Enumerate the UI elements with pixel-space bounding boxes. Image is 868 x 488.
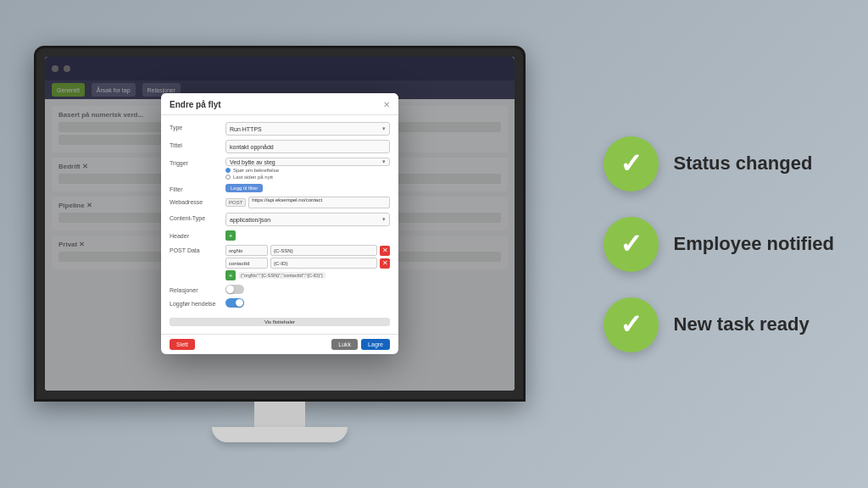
url-row: POST https://api.eksempel.no/contact bbox=[225, 197, 390, 208]
relasjoner-label: Relasjoner bbox=[170, 285, 220, 293]
url-input[interactable]: https://api.eksempel.no/contact bbox=[248, 197, 390, 208]
new-task-ready-label: New task ready bbox=[674, 313, 810, 336]
post-add-label: {"orgNo":"{C-SSN}","contactId":"{C-ID}"} bbox=[238, 272, 326, 279]
content-type-select[interactable]: application/json bbox=[225, 213, 390, 226]
field-content-type: Content-Type application/json bbox=[170, 213, 390, 226]
post-row-1: orgNo {C-SSN} ✕ bbox=[225, 245, 390, 256]
post-key-2[interactable]: contactId bbox=[225, 258, 268, 269]
monitor: Generelt Årsak for tap Relasjoner Basert… bbox=[34, 46, 526, 402]
remove-post-row-1-button[interactable]: ✕ bbox=[380, 246, 390, 256]
monitor-wrapper: Generelt Årsak for tap Relasjoner Basert… bbox=[34, 46, 526, 442]
monitor-screen: Generelt Årsak for tap Relasjoner Basert… bbox=[45, 57, 515, 391]
save-button[interactable]: Lagre bbox=[361, 339, 390, 350]
post-val-2[interactable]: {C-ID} bbox=[270, 258, 377, 269]
checklist-item-status: ✓ Status changed bbox=[604, 136, 834, 191]
check-icon-employee: ✓ bbox=[620, 230, 643, 258]
trigger-option-1[interactable]: Spør om bekreftelse bbox=[225, 168, 390, 173]
app-background: Generelt Årsak for tap Relasjoner Basert… bbox=[45, 57, 515, 391]
field-trigger: Trigger Ved bytte av steg Spør om bekref… bbox=[170, 158, 390, 180]
field-tittel: Tittel kontakt oppnådd bbox=[170, 140, 390, 153]
filter-label: Filter bbox=[170, 184, 220, 192]
dialog: Endre på flyt ✕ Type Run HTTPS bbox=[161, 93, 398, 354]
dialog-footer: Slett Lukk Lagre bbox=[161, 334, 398, 354]
check-icon-status: ✓ bbox=[620, 150, 643, 177]
loggfor-toggle[interactable] bbox=[225, 298, 244, 308]
check-circle-employee: ✓ bbox=[604, 217, 659, 272]
monitor-stand-neck bbox=[254, 402, 305, 427]
tittel-label: Tittel bbox=[170, 140, 220, 148]
dialog-title: Endre på flyt bbox=[170, 100, 221, 109]
add-header-button[interactable]: + bbox=[225, 230, 236, 241]
radio-dot-1 bbox=[225, 168, 231, 173]
tittel-input[interactable]: kontakt oppnådd bbox=[225, 140, 390, 153]
post-row-2: contactId {C-ID} ✕ bbox=[225, 258, 390, 269]
dialog-close-button[interactable]: ✕ bbox=[383, 100, 390, 109]
dialog-body: Type Run HTTPS Tittel kontakt opp bbox=[161, 115, 398, 334]
field-header: Header + bbox=[170, 230, 390, 241]
post-val-1[interactable]: {C-SSN} bbox=[270, 245, 377, 256]
cancel-button[interactable]: Lukk bbox=[331, 339, 358, 350]
field-webadresse: Webadresse POST https://api.eksempel.no/… bbox=[170, 197, 390, 208]
toggle-knob bbox=[236, 299, 243, 307]
remove-post-row-2-button[interactable]: ✕ bbox=[380, 258, 390, 269]
field-filter: Filter Legg til filter bbox=[170, 184, 390, 192]
employee-notified-label: Employee notified bbox=[674, 233, 834, 255]
content-type-label: Content-Type bbox=[170, 213, 220, 221]
method-badge[interactable]: POST bbox=[225, 198, 246, 207]
checklist-item-task: ✓ New task ready bbox=[604, 297, 834, 352]
header-label: Header bbox=[170, 230, 220, 239]
trigger-select[interactable]: Ved bytte av steg bbox=[225, 158, 390, 166]
radio-dot-2 bbox=[225, 175, 231, 180]
field-relasjoner: Relasjoner bbox=[170, 285, 390, 294]
webadresse-label: Webadresse bbox=[170, 197, 220, 205]
checklist-panel: ✓ Status changed ✓ Employee notified ✓ N… bbox=[604, 119, 834, 369]
dialog-header: Endre på flyt ✕ bbox=[161, 93, 398, 115]
trigger-option-2[interactable]: Last siden på nytt bbox=[225, 175, 390, 180]
field-type: Type Run HTTPS bbox=[170, 122, 390, 136]
view-results-button[interactable]: Vis flottehaler bbox=[170, 318, 390, 326]
type-select[interactable]: Run HTTPS bbox=[225, 122, 390, 136]
check-icon-task: ✓ bbox=[620, 311, 643, 338]
scene: Generelt Årsak for tap Relasjoner Basert… bbox=[0, 0, 868, 488]
relasjoner-toggle[interactable] bbox=[225, 285, 244, 294]
add-filter-button[interactable]: Legg til filter bbox=[225, 184, 263, 192]
footer-right: Lukk Lagre bbox=[331, 339, 390, 350]
delete-button[interactable]: Slett bbox=[170, 339, 195, 350]
post-data-section: orgNo {C-SSN} ✕ bbox=[225, 245, 390, 280]
field-loggfor: Loggfør hendelse bbox=[170, 298, 390, 308]
dialog-overlay: Endre på flyt ✕ Type Run HTTPS bbox=[45, 57, 515, 391]
type-label: Type bbox=[170, 122, 220, 130]
post-key-1[interactable]: orgNo bbox=[225, 245, 268, 256]
loggfor-label: Loggfør hendelse bbox=[170, 298, 220, 307]
toggle-knob bbox=[226, 286, 234, 293]
add-post-row-button[interactable]: + bbox=[225, 270, 236, 280]
field-post-data: POST Data orgNo {C-SSN} bbox=[170, 245, 390, 280]
trigger-options: Ved bytte av steg Spør om bekreftelse bbox=[225, 158, 390, 180]
status-changed-label: Status changed bbox=[674, 152, 813, 175]
check-circle-task: ✓ bbox=[604, 297, 659, 352]
checklist-item-employee: ✓ Employee notified bbox=[604, 217, 834, 272]
check-circle-status: ✓ bbox=[604, 136, 659, 191]
monitor-stand-base bbox=[212, 427, 348, 442]
post-add-row: + {"orgNo":"{C-SSN}","contactId":"{C-ID}… bbox=[225, 270, 390, 280]
trigger-label: Trigger bbox=[170, 158, 220, 166]
post-data-label: POST Data bbox=[170, 245, 220, 253]
